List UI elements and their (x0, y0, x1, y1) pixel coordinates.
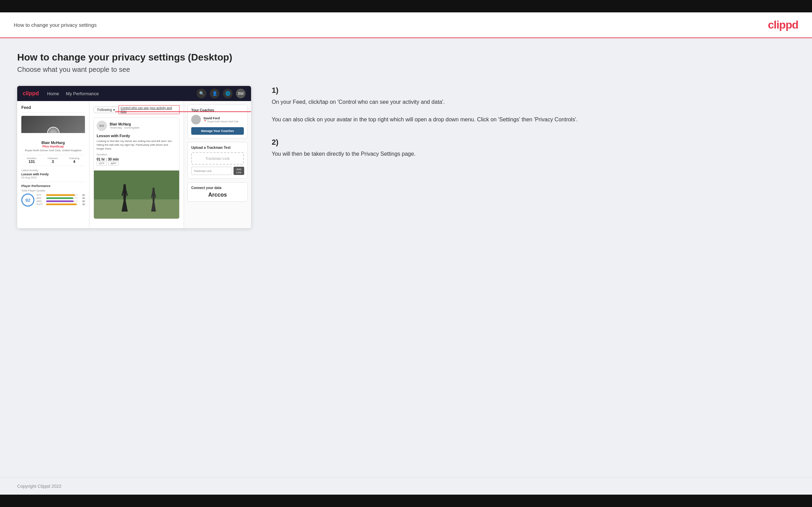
person-icon[interactable]: 👤 (210, 89, 219, 98)
instruction-2-number: 2) (272, 138, 788, 147)
content-wrapper: clippd Home My Performance 🔍 👤 🌐 BM Feed (17, 86, 795, 228)
instruction-2: 2) You will then be taken directly to th… (272, 138, 788, 158)
following-row: Following ▾ Control who can see your act… (94, 105, 180, 114)
instruction-1: 1) On your Feed, click/tap on 'Control w… (272, 86, 788, 124)
top-bar (0, 0, 812, 12)
tpq-bar-value: 85 (79, 197, 85, 199)
main-content: How to change your privacy settings (Des… (0, 38, 812, 477)
tpq-bar-row: OTT 90 (36, 194, 85, 196)
arccos-logo: Arccos (191, 192, 244, 198)
post-image-overlay (94, 170, 179, 219)
avatar-image (48, 128, 59, 133)
clippd-logo: clippd (768, 19, 798, 31)
app-right-panel: Your Coaches David Ford 📍 Royal North De… (184, 101, 251, 228)
coach-name: David Ford (204, 117, 238, 120)
trackman-placeholder: Trackman Link (191, 152, 244, 165)
post-duration-value: 01 hr : 30 min (97, 157, 176, 161)
trackman-input-row: Add Link (191, 167, 244, 175)
stat-activities-label: Activities (27, 157, 36, 159)
app-nav-links: Home My Performance (47, 91, 197, 96)
connect-title: Connect your data (191, 186, 244, 190)
tpq-bar-row: PUTT 96 (36, 203, 85, 206)
player-perf-title: Player Performance (21, 184, 85, 188)
player-performance: Player Performance Total Player Quality … (21, 182, 85, 207)
coach-club-text: Royal North Devon Golf Club (207, 120, 238, 123)
instruction-1-text: On your Feed, click/tap on 'Control who … (272, 98, 788, 124)
tpq-bar-fill (46, 197, 73, 199)
stat-followers-label: Followers (48, 157, 58, 159)
page-heading: How to change your privacy settings (Des… (17, 52, 795, 63)
app-sidebar: Feed Blair McHarg Plus Handicap Royal No… (17, 101, 89, 228)
tpq-bar-fill (46, 194, 75, 196)
tpq-bar-fill (46, 200, 74, 202)
tpq-bar-label: ARG (36, 200, 45, 202)
search-icon[interactable]: 🔍 (197, 89, 206, 98)
tpq-row: 92 OTT 90 APP 85 ARG (21, 194, 85, 207)
bottom-bar (0, 495, 812, 507)
trackman-link-input[interactable] (191, 167, 232, 175)
tpq-label: Total Player Quality (21, 189, 85, 192)
app-logo: clippd (23, 90, 39, 97)
tpq-bar-value: 96 (79, 203, 85, 206)
user-avatar[interactable]: BM (236, 89, 246, 98)
control-privacy-link[interactable]: Control who can see your activity and da… (119, 105, 180, 114)
post-user-info: Blair McHarg Yesterday · Sunningdale (110, 122, 139, 129)
nav-my-performance[interactable]: My Performance (66, 91, 99, 96)
tag-ott: OTT (97, 161, 107, 166)
stat-following: Following 4 (69, 157, 79, 164)
tpq-bar-track (46, 194, 78, 196)
manage-coaches-button[interactable]: Manage Your Coaches (191, 127, 244, 135)
footer-text: Copyright Clippd 2022 (17, 484, 62, 489)
coaches-title: Your Coaches (191, 108, 244, 112)
feed-tab: Feed (21, 105, 85, 112)
latest-activity-date: 03 Aug 2022 (21, 176, 85, 179)
latest-activity-title: Lesson with Fordy (21, 173, 85, 176)
following-label: Following (97, 108, 112, 112)
app-nav-icons: 🔍 👤 🌐 BM (197, 89, 246, 98)
tpq-bar-label: APP (36, 197, 45, 199)
tpq-bar-fill (46, 203, 77, 205)
trackman-title: Upload a Trackman Test (191, 146, 244, 150)
tpq-bar-track (46, 197, 78, 199)
header-title: How to change your privacy settings (14, 22, 97, 28)
stat-activities-value: 131 (27, 159, 36, 164)
latest-activity-label: Latest Activity (21, 169, 85, 172)
post-body: Lesson with Fordy Looking to feel like m… (94, 134, 179, 170)
post-text: Looking to feel like my hands are exitin… (97, 139, 176, 151)
app-mockup: clippd Home My Performance 🔍 👤 🌐 BM Feed (17, 86, 251, 228)
app-feed: Following ▾ Control who can see your act… (89, 101, 184, 228)
coach-info: David Ford 📍 Royal North Devon Golf Club (204, 117, 238, 123)
stat-activities: Activities 131 (27, 157, 36, 164)
stat-following-label: Following (69, 157, 79, 159)
profile-stats: Activities 131 Followers 3 Following 4 (21, 155, 85, 166)
stat-following-value: 4 (69, 159, 79, 164)
tag-app: APP (108, 161, 119, 166)
instruction-1-number: 1) (272, 86, 788, 95)
post-card: BM Blair McHarg Yesterday · Sunningdale … (94, 118, 180, 219)
post-image (94, 170, 179, 219)
tpq-bar-value: 86 (79, 200, 85, 202)
tpq-bar-track (46, 200, 78, 202)
tpq-bars: OTT 90 APP 85 ARG 86 (36, 194, 85, 206)
post-user-name: Blair McHarg (110, 122, 139, 126)
trackman-section: Upload a Trackman Test Trackman Link Add… (187, 142, 248, 179)
header: How to change your privacy settings clip… (0, 12, 812, 38)
tpq-bar-value: 90 (79, 194, 85, 196)
post-duration-label: Duration (97, 153, 176, 156)
coaches-section: Your Coaches David Ford 📍 Royal North De… (187, 104, 248, 139)
location-icon: 📍 (204, 120, 207, 123)
footer: Copyright Clippd 2022 (0, 477, 812, 495)
following-button[interactable]: Following ▾ (94, 107, 119, 113)
post-title: Lesson with Fordy (97, 134, 176, 138)
tpq-bar-label: OTT (36, 194, 45, 196)
coach-row: David Ford 📍 Royal North Devon Golf Club (191, 115, 244, 124)
trackman-add-button[interactable]: Add Link (234, 167, 244, 175)
tpq-circle: 92 (21, 194, 34, 207)
globe-icon[interactable]: 🌐 (223, 89, 232, 98)
profile-handicap-label: Plus Handicap (21, 145, 85, 148)
nav-home[interactable]: Home (47, 91, 59, 96)
instruction-2-text: You will then be taken directly to the P… (272, 150, 788, 158)
post-tags: OTT APP (97, 161, 176, 166)
instructions-panel: 1) On your Feed, click/tap on 'Control w… (265, 86, 795, 172)
tpq-bar-track (46, 203, 78, 205)
